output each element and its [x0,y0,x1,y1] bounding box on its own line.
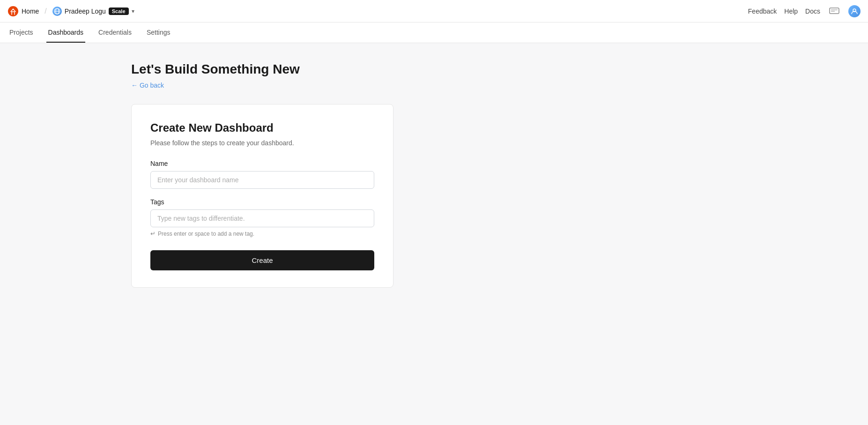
help-link[interactable]: Help [784,7,798,15]
page-content: Let's Build Something New ← Go back Crea… [0,43,868,425]
secondary-nav: Projects Dashboards Credentials Settings [0,22,868,43]
globe-svg [54,8,60,15]
form-card-subtitle: Please follow the steps to create your d… [150,139,374,147]
monitor-icon-svg [829,7,839,15]
user-avatar[interactable] [848,5,861,17]
tab-dashboards[interactable]: Dashboards [46,23,86,43]
page-title: Let's Build Something New [131,62,868,77]
form-card-title: Create New Dashboard [150,121,374,134]
create-dashboard-form-card: Create New Dashboard Please follow the s… [131,104,393,288]
name-label: Name [150,160,374,167]
home-link[interactable]: Home [7,6,39,17]
tags-input[interactable] [150,209,374,227]
nav-separator: / [45,7,46,15]
tags-form-group: Tags ↵ Press enter or space to add a new… [150,198,374,237]
svg-rect-4 [830,8,839,14]
workspace-selector[interactable]: Pradeep Logu Scale ▾ [52,7,134,16]
workspace-name: Pradeep Logu [65,7,106,15]
top-nav-left: Home / Pradeep Logu Scale ▾ [7,6,134,17]
tags-label: Tags [150,198,374,206]
tags-hint-text: Press enter or space to add a new tag. [158,231,254,237]
tab-settings[interactable]: Settings [145,23,172,43]
workspace-globe-icon [52,7,62,16]
home-logo-icon [7,6,19,17]
home-label: Home [22,7,39,15]
docs-link[interactable]: Docs [805,7,820,15]
svg-point-0 [8,6,18,16]
create-button[interactable]: Create [150,250,374,270]
tab-credentials[interactable]: Credentials [96,23,134,43]
tab-projects[interactable]: Projects [7,23,35,43]
go-back-link[interactable]: ← Go back [131,82,868,89]
feedback-link[interactable]: Feedback [748,7,777,15]
tags-hint: ↵ Press enter or space to add a new tag. [150,230,374,237]
dashboard-name-input[interactable] [150,171,374,189]
avatar-icon [851,7,858,15]
return-icon: ↵ [150,230,156,237]
scale-badge: Scale [109,7,129,15]
top-nav-right: Feedback Help Docs [748,5,861,17]
chevron-down-icon: ▾ [132,8,134,15]
name-form-group: Name [150,160,374,189]
keyboard-shortcut-icon[interactable] [828,7,841,16]
top-nav: Home / Pradeep Logu Scale ▾ Feedback Hel… [0,0,868,22]
